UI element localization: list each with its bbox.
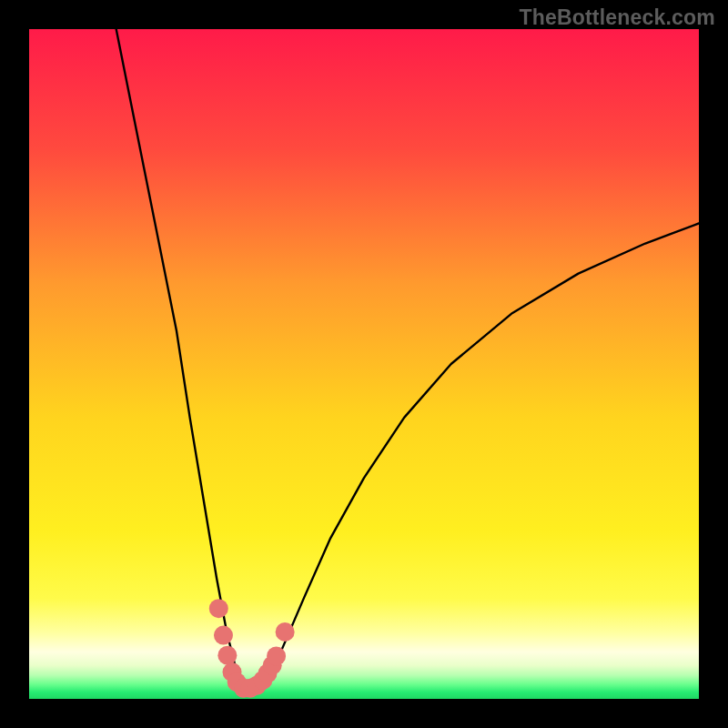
plot-area bbox=[29, 29, 699, 699]
chart-svg bbox=[29, 29, 699, 699]
chart-frame: TheBottleneck.com bbox=[0, 0, 728, 728]
gradient-background bbox=[29, 29, 699, 699]
marker-dot bbox=[209, 599, 228, 618]
watermark-text: TheBottleneck.com bbox=[519, 5, 715, 30]
marker-dot bbox=[217, 646, 237, 665]
marker-dot bbox=[214, 626, 233, 645]
marker-dot bbox=[276, 622, 295, 642]
marker-dot bbox=[267, 646, 286, 665]
